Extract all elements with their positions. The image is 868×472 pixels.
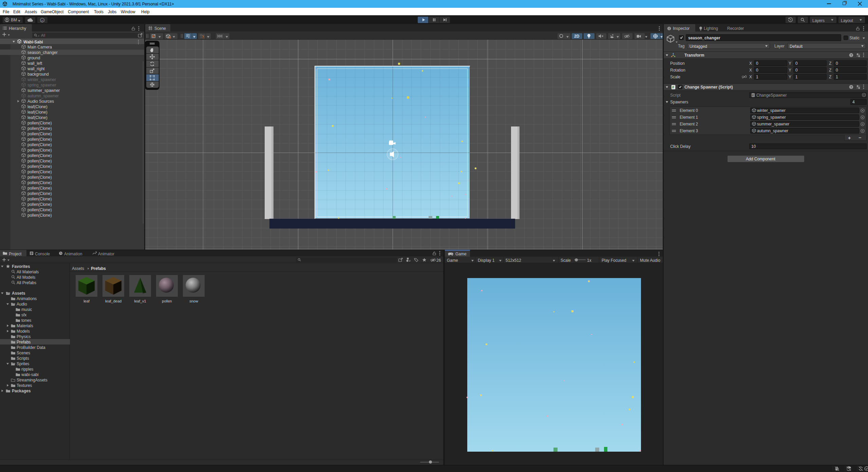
svg-text:?: ? bbox=[850, 54, 852, 57]
svg-text:Y: Y bbox=[188, 36, 190, 38]
svg-text:p: p bbox=[41, 19, 43, 22]
svg-text:#: # bbox=[752, 93, 754, 97]
svg-text:#: # bbox=[672, 85, 674, 89]
svg-text:?: ? bbox=[850, 85, 852, 89]
